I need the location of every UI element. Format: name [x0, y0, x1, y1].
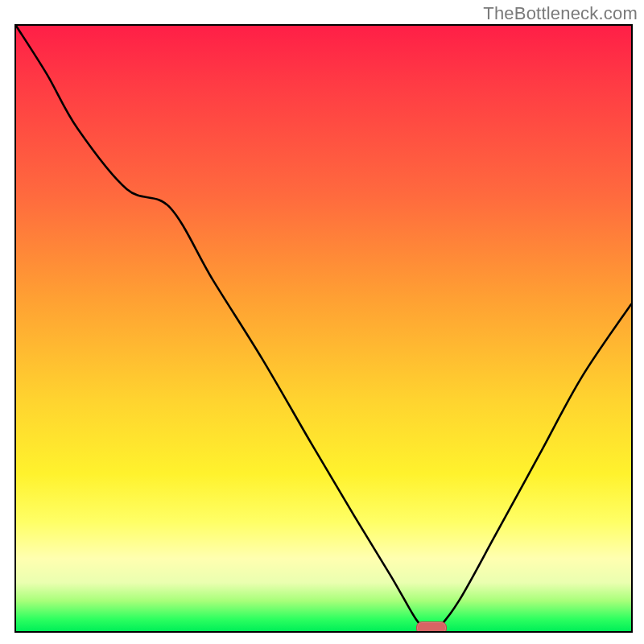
- bottleneck-gradient-band: [16, 26, 631, 631]
- page: TheBottleneck.com: [0, 0, 644, 644]
- watermark-text: TheBottleneck.com: [483, 3, 638, 24]
- plot-area: [14, 24, 633, 633]
- optimal-point-marker: [416, 621, 447, 633]
